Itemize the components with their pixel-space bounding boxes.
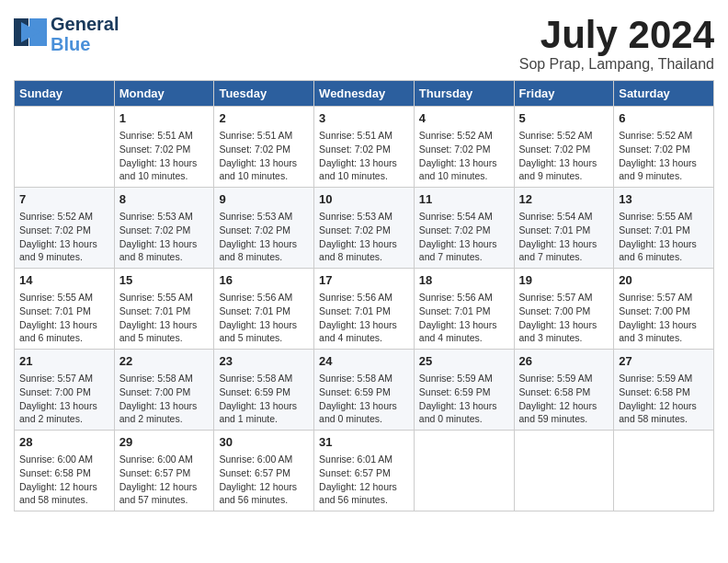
- day-info-text: Daylight: 13 hours: [319, 156, 409, 170]
- day-info-text: Daylight: 13 hours: [419, 237, 509, 251]
- weekday-header-wednesday: Wednesday: [314, 81, 415, 107]
- day-number: 15: [119, 272, 210, 289]
- weekday-header-sunday: Sunday: [15, 81, 115, 107]
- calendar-cell-w0-d2: 2Sunrise: 5:51 AMSunset: 7:02 PMDaylight…: [214, 107, 314, 188]
- day-info-text: Daylight: 13 hours: [319, 237, 409, 251]
- day-info-text: Daylight: 13 hours: [319, 399, 409, 413]
- day-info-text: and 2 minutes.: [119, 412, 210, 426]
- day-number: 30: [219, 434, 309, 451]
- calendar-cell-w3-d5: 26Sunrise: 5:59 AMSunset: 6:58 PMDayligh…: [514, 350, 614, 431]
- weekday-header-tuesday: Tuesday: [214, 81, 314, 107]
- day-number: 13: [619, 191, 709, 208]
- day-info-text: Sunset: 7:02 PM: [419, 143, 509, 156]
- logo-text-blue: Blue: [51, 34, 119, 54]
- day-info-text: Sunset: 7:01 PM: [19, 304, 109, 318]
- day-number: 17: [319, 272, 409, 289]
- day-info-text: Sunrise: 5:55 AM: [19, 291, 109, 304]
- day-info-text: Sunset: 6:58 PM: [519, 385, 609, 399]
- day-number: 21: [19, 353, 109, 370]
- calendar-cell-w4-d3: 31Sunrise: 6:01 AMSunset: 6:57 PMDayligh…: [314, 430, 415, 511]
- day-number: 24: [319, 353, 409, 370]
- day-number: 4: [419, 110, 509, 127]
- calendar-cell-w1-d6: 13Sunrise: 5:55 AMSunset: 7:01 PMDayligh…: [614, 188, 714, 269]
- day-info-text: Sunset: 7:02 PM: [219, 224, 309, 237]
- weekday-header-friday: Friday: [514, 81, 614, 107]
- calendar-cell-w3-d0: 21Sunrise: 5:57 AMSunset: 7:00 PMDayligh…: [15, 350, 115, 431]
- logo-text-general: General: [51, 14, 119, 34]
- day-info-text: Sunrise: 5:52 AM: [619, 129, 709, 143]
- day-info-text: Sunrise: 6:00 AM: [119, 453, 210, 466]
- day-number: 3: [319, 110, 409, 127]
- day-info-text: Sunrise: 5:53 AM: [319, 210, 409, 224]
- day-info-text: and 8 minutes.: [219, 250, 309, 264]
- day-info-text: Sunrise: 5:54 AM: [419, 210, 509, 224]
- day-info-text: Daylight: 13 hours: [219, 318, 309, 332]
- day-info-text: Sunset: 7:01 PM: [219, 304, 309, 318]
- day-info-text: Sunset: 7:02 PM: [519, 143, 609, 156]
- day-info-text: and 10 minutes.: [219, 169, 309, 183]
- calendar-cell-w1-d4: 11Sunrise: 5:54 AMSunset: 7:02 PMDayligh…: [414, 188, 514, 269]
- day-info-text: Sunset: 7:01 PM: [419, 304, 509, 318]
- day-info-text: Sunrise: 5:51 AM: [119, 129, 210, 143]
- calendar-cell-w0-d1: 1Sunrise: 5:51 AMSunset: 7:02 PMDaylight…: [114, 107, 214, 188]
- calendar-cell-w4-d0: 28Sunrise: 6:00 AMSunset: 6:58 PMDayligh…: [15, 430, 115, 511]
- day-info-text: Sunrise: 5:55 AM: [119, 291, 210, 304]
- calendar-cell-w2-d5: 19Sunrise: 5:57 AMSunset: 7:00 PMDayligh…: [514, 269, 614, 350]
- calendar-cell-w1-d5: 12Sunrise: 5:54 AMSunset: 7:01 PMDayligh…: [514, 188, 614, 269]
- day-info-text: Sunrise: 5:56 AM: [319, 291, 409, 304]
- calendar-cell-w3-d1: 22Sunrise: 5:58 AMSunset: 7:00 PMDayligh…: [114, 350, 214, 431]
- day-info-text: Sunset: 7:02 PM: [619, 143, 709, 156]
- day-info-text: Sunrise: 5:53 AM: [219, 210, 309, 224]
- day-info-text: Sunrise: 6:00 AM: [19, 453, 109, 466]
- day-info-text: and 10 minutes.: [119, 169, 210, 183]
- day-info-text: Sunset: 7:00 PM: [119, 385, 210, 399]
- logo: General Blue: [14, 14, 119, 54]
- day-info-text: Sunrise: 6:00 AM: [219, 453, 309, 466]
- day-info-text: and 56 minutes.: [219, 493, 309, 507]
- weekday-header-saturday: Saturday: [614, 81, 714, 107]
- day-info-text: Daylight: 13 hours: [119, 237, 210, 251]
- day-info-text: Sunset: 7:01 PM: [619, 224, 709, 237]
- calendar-cell-w0-d6: 6Sunrise: 5:52 AMSunset: 7:02 PMDaylight…: [614, 107, 714, 188]
- day-info-text: Daylight: 13 hours: [19, 318, 109, 332]
- calendar-cell-w3-d6: 27Sunrise: 5:59 AMSunset: 6:58 PMDayligh…: [614, 350, 714, 431]
- day-info-text: Sunrise: 5:57 AM: [519, 291, 609, 304]
- day-number: 23: [219, 353, 309, 370]
- calendar-cell-w2-d2: 16Sunrise: 5:56 AMSunset: 7:01 PMDayligh…: [214, 269, 314, 350]
- day-info-text: Sunset: 7:01 PM: [519, 224, 609, 237]
- day-number: 8: [119, 191, 210, 208]
- calendar-cell-w0-d3: 3Sunrise: 5:51 AMSunset: 7:02 PMDaylight…: [314, 107, 415, 188]
- day-info-text: Sunset: 7:02 PM: [119, 224, 210, 237]
- calendar-cell-w4-d2: 30Sunrise: 6:00 AMSunset: 6:57 PMDayligh…: [214, 430, 314, 511]
- day-info-text: and 0 minutes.: [419, 412, 509, 426]
- logo-icon: [14, 18, 47, 50]
- day-info-text: Daylight: 13 hours: [119, 399, 210, 413]
- day-info-text: Sunset: 7:00 PM: [519, 304, 609, 318]
- day-info-text: Daylight: 13 hours: [519, 237, 609, 251]
- day-info-text: Daylight: 13 hours: [419, 318, 509, 332]
- day-info-text: Sunset: 6:58 PM: [19, 466, 109, 480]
- day-info-text: and 8 minutes.: [319, 250, 409, 264]
- day-number: 19: [519, 272, 609, 289]
- calendar-cell-w4-d4: [414, 430, 514, 511]
- day-info-text: Sunset: 6:57 PM: [219, 466, 309, 480]
- day-info-text: Sunrise: 5:58 AM: [219, 372, 309, 385]
- day-info-text: Sunrise: 5:51 AM: [219, 129, 309, 143]
- day-number: 16: [219, 272, 309, 289]
- day-number: 31: [319, 434, 409, 451]
- day-info-text: and 57 minutes.: [119, 493, 210, 507]
- calendar-cell-w1-d1: 8Sunrise: 5:53 AMSunset: 7:02 PMDaylight…: [114, 188, 214, 269]
- day-info-text: Sunset: 7:02 PM: [119, 143, 210, 156]
- day-info-text: Daylight: 13 hours: [19, 399, 109, 413]
- day-number: 9: [219, 191, 309, 208]
- day-info-text: Daylight: 13 hours: [319, 318, 409, 332]
- calendar-cell-w2-d6: 20Sunrise: 5:57 AMSunset: 7:00 PMDayligh…: [614, 269, 714, 350]
- day-number: 6: [619, 110, 709, 127]
- day-number: 28: [19, 434, 109, 451]
- day-number: 12: [519, 191, 609, 208]
- day-info-text: Sunset: 6:59 PM: [419, 385, 509, 399]
- calendar-cell-w3-d3: 24Sunrise: 5:58 AMSunset: 6:59 PMDayligh…: [314, 350, 415, 431]
- day-number: 22: [119, 353, 210, 370]
- day-info-text: Sunrise: 5:57 AM: [619, 291, 709, 304]
- day-info-text: Daylight: 13 hours: [619, 237, 709, 251]
